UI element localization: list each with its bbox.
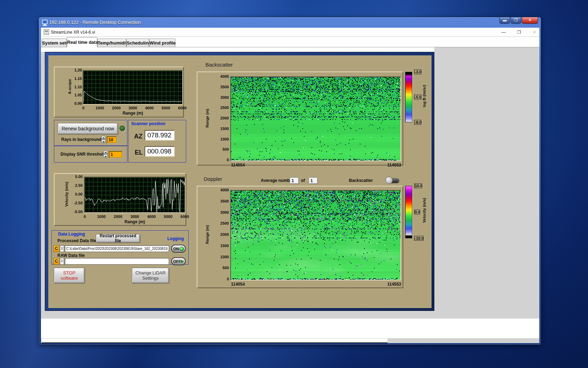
background-controls-box: Renew background now Rays in background … — [54, 120, 127, 146]
velocity-x-axis: 0100020003000400050006000 — [85, 214, 185, 219]
tick-label: 1500 — [220, 127, 229, 131]
on-label: ON — [173, 247, 179, 251]
backscatter-time-end: 114553 — [230, 163, 401, 168]
tab-temp-humidity[interactable]: Temp/humidity — [97, 39, 126, 47]
client-top-strip — [41, 47, 434, 52]
tick-label: 2500 — [220, 105, 229, 110]
backscatter-toggle[interactable] — [386, 178, 399, 183]
velocity-graph: Velocity (m/s) 5.002.500.00-2.50-5.00 01… — [54, 173, 186, 226]
el-label: EL — [135, 149, 143, 156]
el-value: 000.098 — [145, 146, 175, 157]
raw-logging-toggle[interactable]: OFF — [171, 257, 186, 265]
processed-browse-icon[interactable] — [60, 245, 64, 252]
rdp-app-icon — [42, 20, 48, 24]
tick-label: 5000 — [162, 106, 170, 110]
close-button[interactable]: ✕ — [522, 17, 538, 24]
raw-path-field[interactable] — [65, 258, 169, 265]
tick-label: 1000 — [96, 106, 104, 110]
tick-label: 4000 — [220, 188, 229, 192]
scanner-position-title: Scanner position — [131, 121, 165, 126]
renew-background-button[interactable]: Renew background now — [58, 123, 118, 134]
tick-label: 500 — [223, 147, 229, 151]
snr-value-field[interactable]: 1 — [109, 151, 122, 158]
tab-wind-profile[interactable]: Wind profile — [149, 39, 175, 47]
tick-label: 2000 — [114, 214, 122, 219]
tick-label: 0.0 — [414, 210, 420, 214]
tick-label: 1.15 — [75, 76, 82, 81]
hscroll-row — [41, 338, 539, 343]
off-label: OFF — [173, 259, 181, 264]
snr-spinner[interactable] — [103, 150, 108, 158]
az-label: AZ — [134, 133, 142, 140]
tab-system-setup[interactable]: System setup — [42, 39, 67, 47]
tick-label: 1.05 — [75, 93, 82, 97]
processed-data-file-label: Processed Data file — [57, 238, 96, 243]
change-line2: Settings — [142, 275, 159, 281]
ascope-graph: A-scope 1.201.151.101.050.99 01000200030… — [54, 67, 184, 117]
data-logging-box: Data Logging Processed Data file Restart… — [51, 230, 189, 265]
doppler-time-end: 114553 — [230, 282, 401, 287]
processed-drive-box[interactable]: C — [54, 245, 59, 252]
tick-label: 3500 — [220, 199, 229, 203]
tick-label: 3000 — [131, 214, 139, 219]
tick-label: 2500 — [220, 221, 229, 225]
tick-label: 2000 — [220, 116, 229, 120]
ascope-plot — [83, 70, 183, 105]
tick-label: 0 — [227, 158, 229, 162]
toggle-knob[interactable] — [385, 177, 393, 184]
snr-threshold-label: Display SNR threshold — [61, 152, 106, 157]
average-number-field[interactable]: 1 — [290, 177, 299, 184]
minimize-button[interactable]: ▬ — [499, 17, 510, 24]
change-line1: Change LiDAR — [135, 270, 166, 275]
rays-spinner[interactable] — [101, 136, 106, 143]
maximize-button[interactable]: ❐ — [511, 17, 521, 24]
change-lidar-settings-button[interactable]: Change LiDAR Settings — [132, 268, 169, 283]
backscatter-ylabel: Range (m) — [205, 101, 211, 136]
main-panel-frame: A-scope 1.201.151.101.050.99 01000200030… — [45, 52, 434, 311]
average-count-field[interactable]: 1 — [309, 177, 318, 184]
backscatter-graph: Range (m) 400035003000250020001500100050… — [197, 71, 403, 165]
tick-label: 0 — [82, 106, 84, 110]
doppler-section-title: Doppler — [204, 176, 222, 182]
backscatter-colorbar-label: log B (/m/sr) — [422, 79, 428, 114]
ascope-canvas — [83, 71, 182, 104]
raw-drive-box[interactable]: C — [54, 258, 59, 265]
doppler-graph: Range (m) 400035003000250020001500100050… — [197, 186, 403, 288]
backscatter-toggle-label: Backscatter — [349, 178, 373, 183]
vi-restore-button[interactable]: ❐ — [514, 29, 524, 35]
backscatter-canvas — [231, 77, 400, 161]
rays-value-field[interactable]: 10 — [107, 136, 117, 143]
tick-label: 5.00 — [75, 175, 83, 179]
tick-label: 6000 — [181, 214, 189, 219]
tick-label: -3.0 — [414, 69, 422, 74]
doppler-colorbar — [405, 186, 412, 238]
tick-label: 1000 — [97, 214, 105, 219]
processed-logging-toggle[interactable]: ON — [171, 245, 186, 253]
backscatter-colorbar — [405, 72, 412, 122]
ascope-xlabel: Range (m) — [83, 111, 182, 116]
vi-minimize-button[interactable]: — — [499, 29, 509, 35]
raw-browse-icon[interactable] — [60, 258, 64, 265]
tab-scheduling[interactable]: Scheduling — [126, 39, 149, 47]
doppler-canvas — [231, 191, 400, 280]
tick-label: 10.0 — [414, 183, 422, 188]
tick-label: 0 — [227, 277, 229, 281]
vi-close-button[interactable]: ✕ — [530, 29, 539, 35]
restart-processed-file-button[interactable]: Restart processed file — [96, 234, 140, 243]
of-label: of — [301, 178, 305, 183]
remote-desktop-view: StreamLine XR v14-6.vi — ❐ ✕ System setu… — [41, 28, 539, 343]
vi-client-area: A-scope 1.201.151.101.050.99 01000200030… — [41, 47, 539, 319]
velocity-canvas — [85, 177, 185, 212]
tab-real-time-data[interactable]: Real time data — [67, 37, 97, 47]
data-logging-title: Data Logging — [58, 232, 85, 237]
tick-label: -5.00 — [74, 210, 83, 214]
stop-software-button[interactable]: STOP software — [54, 268, 85, 283]
processed-path-field[interactable]: C:\Lidar\Data\Proc\2023\202308\20230819\… — [65, 245, 169, 252]
average-number-label: Average number — [261, 178, 294, 183]
tick-label: 3000 — [220, 95, 229, 100]
tick-label: 1000 — [220, 255, 229, 259]
tab-strip: System setup Real time data Temp/humidit… — [41, 37, 539, 47]
logging-label: Logging — [167, 236, 184, 241]
horizontal-scrollbar[interactable] — [42, 339, 387, 343]
rdp-window-title: 192.168.0.122 - Remote Desktop Connectio… — [49, 20, 141, 25]
